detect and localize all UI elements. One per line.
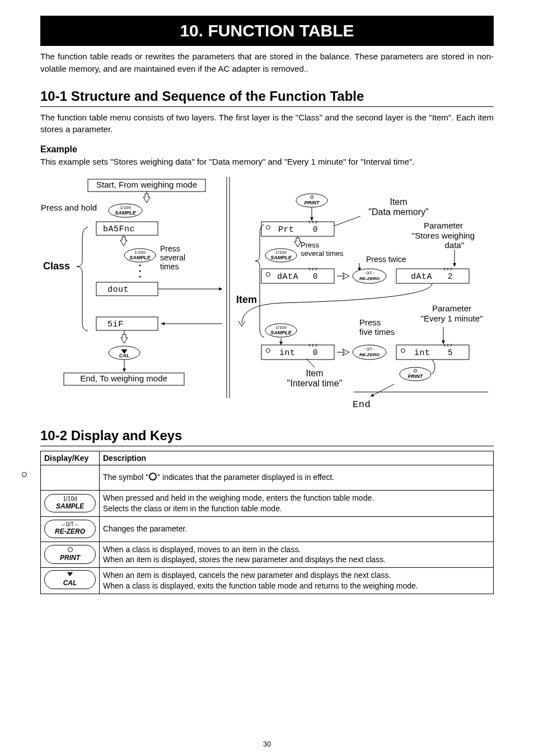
table-row: The symbol "" indicates that the paramet… <box>41 465 494 490</box>
svg-text:several: several <box>160 253 185 262</box>
small-circle-icon <box>68 547 73 552</box>
lcd-end: End <box>353 399 371 410</box>
key-top-label: →0/T← <box>51 522 88 528</box>
section-101-heading: 10-1 Structure and Sequence of the Funct… <box>40 88 494 104</box>
key-main-label: SAMPLE <box>51 503 88 510</box>
svg-text:Parameter: Parameter <box>424 221 463 230</box>
lcd-data: dAtA <box>277 272 298 282</box>
rezero-key-icon-1: →0/T← RE-ZERO <box>353 269 386 283</box>
svg-text:times: times <box>160 262 179 271</box>
svg-text:several times: several times <box>301 249 344 258</box>
svg-rect-35 <box>261 222 334 236</box>
key-cell-circle <box>41 465 100 490</box>
section-102-rule <box>40 446 494 446</box>
section-101-paragraph: The function table menu consists of two … <box>40 111 494 136</box>
lcd-sif: 5iF <box>107 320 124 329</box>
table-row: CAL When an item is displayed, cancels t… <box>41 568 494 594</box>
svg-rect-57 <box>396 269 469 283</box>
svg-text:Press twice: Press twice <box>366 255 406 264</box>
table-row: →0/T← RE-ZERO Changes the parameter. <box>41 516 494 542</box>
th-display-key: Display/Key <box>41 451 100 465</box>
svg-text:PRINT: PRINT <box>305 200 321 206</box>
sample-key-icon: 1/10d SAMPLE <box>109 204 142 217</box>
svg-text:Press: Press <box>301 241 320 249</box>
svg-text:→0/T←: →0/T← <box>363 271 376 275</box>
lcd-dout: dout <box>107 285 129 295</box>
class-label: Class <box>43 260 70 272</box>
print-key-icon-2: PRINT <box>400 367 431 381</box>
svg-text:"Stores weighing: "Stores weighing <box>412 231 475 240</box>
sample-key-icon-2: 1/10d SAMPLE <box>124 249 156 262</box>
section-102-heading: 10-2 Display and Keys <box>40 428 494 444</box>
sample-key-icon: 1/10d SAMPLE <box>44 494 96 512</box>
key-main-label: RE-ZERO <box>51 528 88 535</box>
key-top-label: 1/10d <box>51 496 88 502</box>
triangle-down-icon <box>67 572 73 576</box>
svg-text:Press: Press <box>359 318 381 327</box>
circle-icon <box>22 472 27 477</box>
table-row: PRINT When a class is displayed, moves t… <box>41 542 494 568</box>
svg-text:2: 2 <box>448 272 453 281</box>
desc-text-post: " indicates that the parameter displayed… <box>157 473 334 482</box>
rezero-key-icon: →0/T← RE-ZERO <box>44 520 96 538</box>
svg-text:Item: Item <box>390 197 407 207</box>
cal-key-icon: CAL <box>109 346 140 360</box>
lcd-basfnc: bA5Fnc <box>103 225 135 234</box>
th-description: Description <box>100 451 494 465</box>
circle-symbol-icon <box>149 473 157 480</box>
lcd-int: int <box>279 348 296 358</box>
print-key-icon: PRINT <box>44 545 96 564</box>
key-main-label: CAL <box>51 580 88 587</box>
item-label: Item <box>236 294 257 305</box>
example-paragraph: This example sets "Stores weighing data"… <box>40 156 494 168</box>
svg-text:RE-ZERO: RE-ZERO <box>359 352 380 357</box>
svg-line-92 <box>371 384 394 396</box>
display-keys-table: Display/Key Description The symbol "" in… <box>40 451 494 594</box>
svg-text:data": data" <box>444 240 464 250</box>
svg-text:→0/T←: →0/T← <box>363 347 376 351</box>
svg-text:five times: five times <box>359 327 395 337</box>
rezero-key-icon-2: →0/T← RE-ZERO <box>353 345 386 360</box>
svg-text:Item: Item <box>306 368 323 378</box>
svg-text:Parameter: Parameter <box>432 304 471 313</box>
press-hold-label: Press and hold <box>41 203 97 212</box>
svg-rect-70 <box>261 345 334 360</box>
svg-text:Press: Press <box>160 244 180 253</box>
page-number: 30 <box>0 740 534 748</box>
desc-cell: Changes the parameter. <box>100 516 494 542</box>
svg-rect-80 <box>396 345 469 360</box>
svg-text:1/10d: 1/10d <box>275 325 287 330</box>
lcd-data2: dAtA <box>411 272 432 282</box>
lcd-prt: Prt <box>278 225 294 235</box>
svg-text:0: 0 <box>313 272 318 281</box>
desc-cell: When an item is displayed, cancels the n… <box>100 568 494 594</box>
start-label: Start, From weighing mode <box>96 180 197 189</box>
table-row: 1/10d SAMPLE When pressed and held in th… <box>41 490 494 516</box>
desc-cell: The symbol "" indicates that the paramet… <box>100 465 494 490</box>
example-heading: Example <box>40 144 494 155</box>
svg-text:RE-ZERO: RE-ZERO <box>359 276 380 281</box>
svg-text:SAMPLE: SAMPLE <box>129 255 151 260</box>
svg-text:1/10d: 1/10d <box>120 205 131 210</box>
svg-text:0: 0 <box>313 225 318 234</box>
key-cell-rezero: →0/T← RE-ZERO <box>41 516 100 542</box>
svg-text:CAL: CAL <box>119 353 130 358</box>
cal-key-icon: CAL <box>44 570 96 589</box>
svg-text:PRINT: PRINT <box>408 374 424 379</box>
svg-text:"Interval time": "Interval time" <box>287 379 343 388</box>
lcd-int2: int <box>414 348 430 358</box>
svg-point-13 <box>139 276 141 277</box>
sample-key-icon-4: 1/10d SAMPLE <box>265 324 297 337</box>
page: 10. FUNCTION TABLE The function table re… <box>0 0 534 756</box>
diagram-svg: Start, From weighing mode Press and hold… <box>40 177 494 418</box>
svg-point-12 <box>139 270 141 272</box>
intro-paragraph: The function table reads or rewrites the… <box>40 50 494 75</box>
svg-line-30 <box>330 216 360 227</box>
svg-text:"Every 1 minute": "Every 1 minute" <box>421 314 483 323</box>
key-main-label: PRINT <box>51 554 88 562</box>
svg-rect-16 <box>96 317 158 330</box>
svg-point-11 <box>139 264 141 266</box>
key-cell-sample: 1/10d SAMPLE <box>41 490 100 516</box>
svg-text:1/10d: 1/10d <box>134 250 146 255</box>
key-cell-print: PRINT <box>41 542 100 568</box>
